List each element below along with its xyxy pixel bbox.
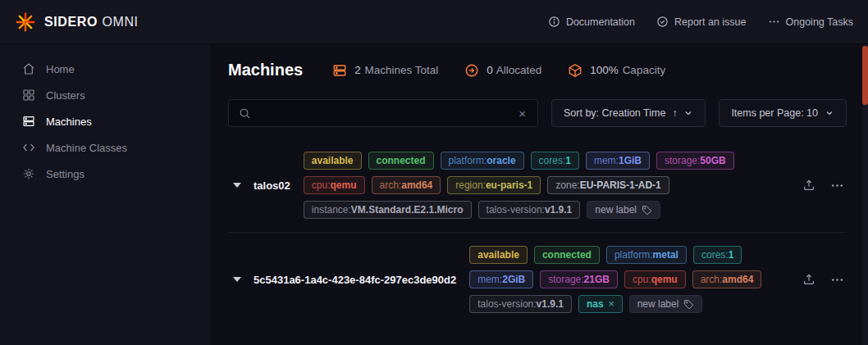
brand-secondary: OMNI	[102, 15, 138, 29]
stat-allocated: 0 Allocated	[464, 63, 541, 78]
machine-label-nas[interactable]: nas×	[578, 295, 623, 313]
label-value: available	[312, 155, 354, 166]
label-key: platform:	[614, 249, 653, 261]
main-content: Machines 2 Machines Total 0 Allocated 10…	[212, 44, 868, 345]
nav-report-issue[interactable]: Report an issue	[656, 16, 747, 28]
header: SIDERO OMNI Documentation Report an issu…	[0, 0, 868, 44]
machine-label-connected[interactable]: connected	[534, 246, 600, 264]
chevron-down-icon	[825, 108, 834, 118]
remove-label-icon[interactable]: ×	[609, 298, 614, 310]
gear-icon	[22, 167, 35, 180]
nav-documentation[interactable]: Documentation	[548, 16, 635, 28]
label-key: instance:	[312, 204, 351, 216]
search-box: ×	[228, 99, 538, 127]
clear-search-icon[interactable]: ×	[517, 106, 528, 121]
search-icon	[239, 107, 251, 120]
machine-label-zone[interactable]: zone:EU-PARIS-1-AD-1	[547, 176, 669, 194]
upload-button[interactable]	[800, 270, 818, 288]
sidebar-item-machine-classes[interactable]: Machine Classes	[0, 134, 211, 161]
machine-label-mem[interactable]: mem:2GiB	[469, 270, 533, 288]
tag-icon	[642, 205, 652, 216]
machine-label-talos-version[interactable]: talos-version:v1.9.1	[478, 201, 581, 219]
code-icon	[22, 141, 35, 154]
machines-icon	[22, 115, 35, 128]
machine-label-storage[interactable]: storage:21GB	[540, 270, 618, 288]
machine-label-cores[interactable]: cores:1	[531, 152, 579, 170]
row-menu-button[interactable]	[828, 176, 847, 195]
sidebar-item-home[interactable]: Home	[0, 56, 211, 82]
machine-label-available[interactable]: available	[304, 152, 362, 170]
sort-button[interactable]: Sort by: Creation Time ↑	[551, 99, 706, 127]
label-value: VM.Standard.E2.1.Micro	[351, 204, 464, 216]
row-actions	[800, 270, 847, 289]
expand-caret-icon[interactable]	[233, 277, 241, 282]
sidebar-item-label: Machine Classes	[46, 142, 127, 154]
sidebar: Home Clusters Machines Machine Classes	[0, 44, 212, 345]
label-value: EU-PARIS-1-AD-1	[580, 179, 661, 191]
machine-label-arch[interactable]: arch:amd64	[692, 270, 762, 288]
label-value: connected	[377, 155, 426, 166]
machine-labels: availableconnectedplatform:oraclecores:1…	[304, 152, 785, 219]
label-value: qemu	[651, 274, 678, 285]
app: SIDERO OMNI Documentation Report an issu…	[0, 0, 868, 345]
label-key: mem:	[594, 155, 619, 166]
stat-value: 0	[487, 64, 493, 76]
sidebar-item-machines[interactable]: Machines	[0, 108, 211, 134]
machines-icon	[332, 63, 347, 78]
label-value: eu-paris-1	[486, 179, 532, 191]
machine-label-platform[interactable]: platform:metal	[606, 246, 687, 264]
header-nav: Documentation Report an issue Ongoing Ta…	[548, 16, 853, 28]
label-key: cores:	[539, 155, 566, 166]
label-value: metal	[653, 249, 678, 261]
new-label-text: new label	[595, 204, 637, 216]
label-key: storage:	[548, 274, 583, 285]
brand[interactable]: SIDERO OMNI	[15, 11, 139, 33]
sidero-logo-icon	[15, 11, 36, 33]
stat-label: Capacity	[623, 64, 666, 76]
scrollbar-thumb[interactable]	[862, 46, 868, 105]
toolbar: × Sort by: Creation Time ↑ Items per Pag…	[228, 99, 847, 127]
sidebar-item-label: Home	[46, 63, 75, 75]
label-key: region:	[455, 179, 486, 191]
expand-caret-icon[interactable]	[233, 183, 241, 188]
new-label-text: new label	[637, 298, 679, 310]
machine-name[interactable]: talos02	[254, 179, 290, 192]
upload-button[interactable]	[800, 176, 818, 194]
search-input[interactable]	[258, 107, 509, 120]
label-key: talos-version:	[477, 298, 536, 310]
label-key: storage:	[665, 155, 700, 166]
machine-label-platform[interactable]: platform:oracle	[441, 152, 524, 170]
machine-label-region[interactable]: region:eu-paris-1	[447, 176, 541, 194]
machine-list: talos02availableconnectedplatform:oracle…	[228, 138, 847, 326]
machine-name[interactable]: 5c5431a6-1a4c-423e-84fc-297ec3de90d2	[254, 274, 456, 286]
sidebar-item-settings[interactable]: Settings	[0, 161, 211, 187]
machine-label-storage[interactable]: storage:50GB	[656, 152, 734, 170]
machine-label-cpu[interactable]: cpu:qemu	[304, 176, 365, 194]
machine-label-available[interactable]: available	[469, 246, 528, 264]
machine-label-cores[interactable]: cores:1	[693, 246, 742, 264]
new-label-button[interactable]: new label	[629, 295, 703, 313]
machine-label-mem[interactable]: mem:1GiB	[586, 152, 650, 170]
machine-label-talos-version[interactable]: talos-version:v1.9.1	[469, 295, 572, 313]
machine-label-instance[interactable]: instance:VM.Standard.E2.1.Micro	[304, 201, 472, 219]
machine-label-cpu[interactable]: cpu:qemu	[624, 270, 686, 288]
page-head: Machines 2 Machines Total 0 Allocated 10…	[228, 61, 847, 79]
scrollbar[interactable]	[862, 44, 868, 345]
sidebar-item-clusters[interactable]: Clusters	[0, 82, 211, 108]
chevron-down-icon	[683, 108, 693, 118]
label-value: 21GB	[584, 274, 610, 285]
new-label-button[interactable]: new label	[587, 201, 660, 219]
machine-labels: availableconnectedplatform:metalcores:1m…	[469, 246, 785, 313]
label-key: mem:	[477, 274, 502, 285]
nav-ongoing-tasks[interactable]: Ongoing Tasks	[768, 16, 853, 28]
row-menu-button[interactable]	[828, 270, 847, 289]
label-value: nas	[587, 298, 604, 310]
brand-primary: SIDERO	[44, 15, 98, 29]
check-circle-icon	[656, 16, 669, 28]
items-per-page-label: Items per Page: 10	[731, 107, 818, 119]
label-value: 2GiB	[502, 274, 525, 285]
label-value: v1.9.1	[545, 204, 572, 216]
machine-label-arch[interactable]: arch:amd64	[372, 176, 441, 194]
machine-label-connected[interactable]: connected	[368, 152, 434, 170]
items-per-page-button[interactable]: Items per Page: 10	[719, 99, 847, 127]
